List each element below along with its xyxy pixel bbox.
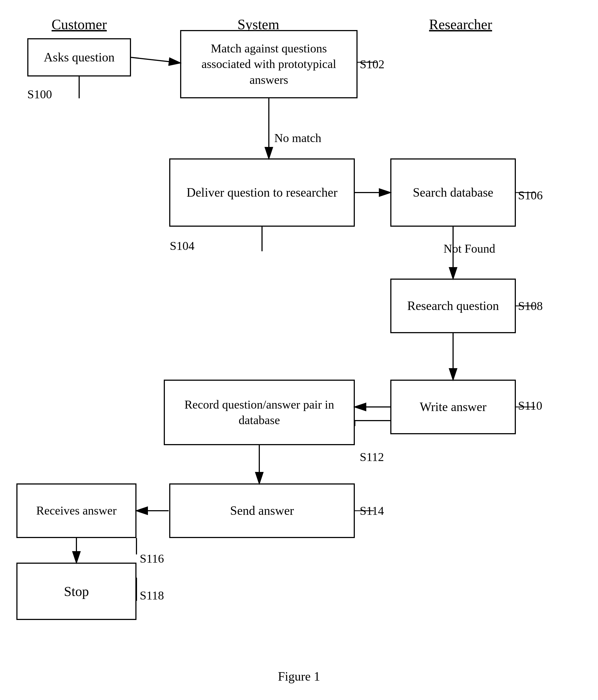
s106-label: S106 bbox=[518, 189, 543, 202]
s110-label: S110 bbox=[518, 399, 542, 413]
asks-question-box: Asks question bbox=[27, 38, 131, 76]
write-answer-box: Write answer bbox=[390, 380, 516, 434]
s116-label: S116 bbox=[140, 552, 164, 566]
figure-caption: Figure 1 bbox=[0, 669, 598, 683]
customer-header: Customer bbox=[52, 17, 107, 32]
s118-label: S118 bbox=[140, 589, 164, 602]
research-question-box: Research question bbox=[390, 279, 516, 333]
search-database-box: Search database bbox=[390, 158, 516, 227]
diagram-container: Customer System Researcher Asks question… bbox=[0, 0, 598, 700]
send-answer-box: Send answer bbox=[169, 483, 355, 538]
s108-label: S108 bbox=[518, 299, 543, 313]
deliver-question-box: Deliver question to researcher bbox=[169, 158, 355, 227]
svg-line-1 bbox=[131, 57, 180, 63]
record-qa-box: Record question/answer pair in database bbox=[164, 380, 355, 445]
s102-label: S102 bbox=[360, 57, 384, 71]
s112-label: S112 bbox=[360, 450, 384, 464]
s100-label: S100 bbox=[27, 88, 52, 101]
receives-answer-box: Receives answer bbox=[16, 483, 136, 538]
stop-box: Stop bbox=[16, 562, 136, 620]
match-against-box: Match against questions associated with … bbox=[180, 30, 358, 98]
researcher-header: Researcher bbox=[429, 17, 492, 32]
s104-label: S104 bbox=[170, 239, 194, 253]
s114-label: S114 bbox=[360, 504, 384, 518]
not-found-label: Not Found bbox=[443, 242, 495, 256]
no-match-label: No match bbox=[274, 131, 321, 145]
